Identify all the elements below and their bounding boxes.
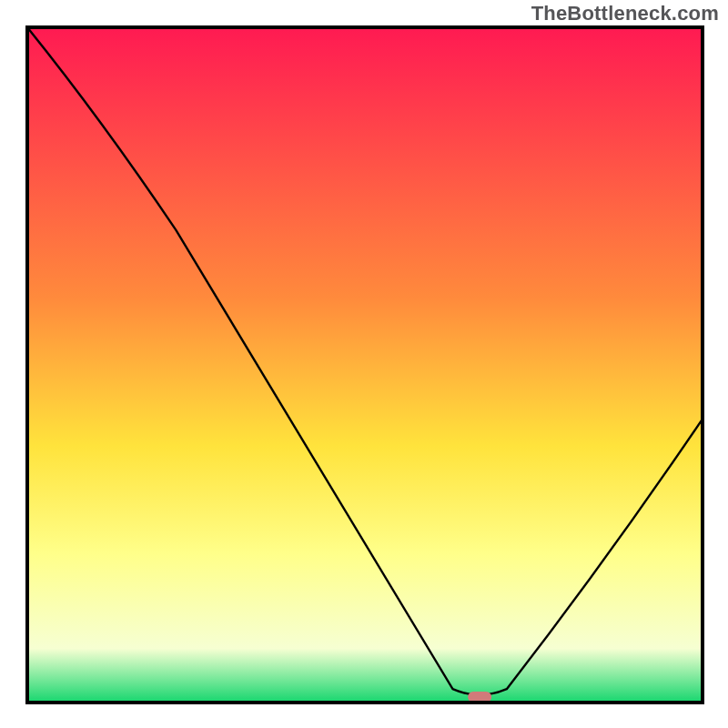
bottleneck-chart — [0, 0, 728, 728]
plot-gradient-background — [27, 27, 703, 703]
watermark-text: TheBottleneck.com — [531, 2, 719, 25]
